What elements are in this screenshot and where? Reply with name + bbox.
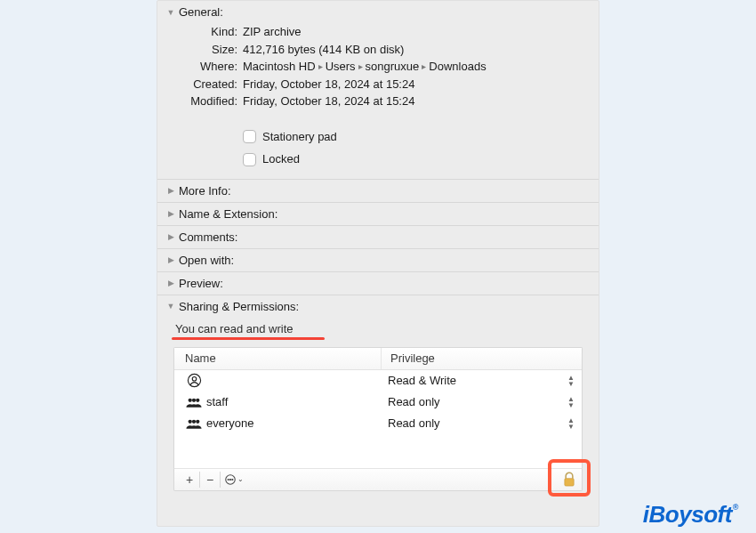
chevron-down-icon: ▼	[166, 302, 175, 311]
col-privilege: Privilege	[381, 348, 571, 369]
ellipsis-circle-icon	[224, 473, 237, 486]
privilege-stepper-icon[interactable]: ▲▼	[567, 396, 575, 408]
section-title: Open with:	[179, 254, 234, 267]
svg-point-1	[192, 377, 197, 382]
section-header-preview[interactable]: ▶ Preview:	[166, 275, 590, 292]
svg-point-11	[232, 479, 233, 480]
chevron-down-icon: ⌄	[237, 475, 244, 483]
value-modified: Friday, October 18, 2024 at 15:24	[243, 93, 414, 109]
person-circle-icon	[185, 373, 203, 388]
general-body: Kind: ZIP archive Size: 412,716 bytes (4…	[166, 20, 590, 176]
where-seg: Macintosh HD	[243, 60, 316, 73]
svg-rect-12	[565, 479, 574, 486]
svg-point-7	[196, 420, 199, 424]
svg-point-3	[192, 399, 196, 402]
where-seg: Users	[326, 60, 356, 73]
section-header-open-with[interactable]: ▶ Open with:	[166, 252, 590, 269]
svg-point-4	[196, 399, 199, 402]
permissions-table: Name Privilege Read & Write ▲▼	[173, 347, 583, 468]
registered-mark: ®	[733, 503, 738, 512]
stationery-pad-label: Stationery pad	[262, 129, 337, 145]
section-title: General:	[179, 5, 223, 19]
permissions-body: Read & Write ▲▼ staff Read only ▲▼	[174, 370, 582, 468]
section-comments: ▶ Comments:	[157, 226, 599, 249]
privilege-stepper-icon[interactable]: ▲▼	[567, 417, 575, 430]
chevron-down-icon: ▼	[166, 8, 175, 17]
section-header-sharing[interactable]: ▼ Sharing & Permissions:	[166, 298, 590, 315]
annotation-underline	[172, 337, 325, 340]
add-button[interactable]: +	[180, 472, 200, 488]
label-where: Where:	[175, 59, 237, 75]
label-kind: Kind:	[175, 24, 237, 40]
lock-icon	[562, 472, 576, 488]
svg-point-5	[189, 420, 192, 424]
more-actions-button[interactable]: ⌄	[221, 472, 247, 488]
privilege-value: Read only	[384, 416, 567, 430]
where-seg: Downloads	[429, 60, 486, 73]
where-seg: songruxue	[366, 60, 420, 73]
lock-button[interactable]	[562, 472, 576, 488]
permissions-toolbar: + − ⌄	[173, 468, 583, 491]
section-title: Preview:	[179, 277, 223, 290]
chevron-right-icon: ▶	[166, 255, 175, 264]
value-where: Macintosh HD▸Users▸songruxue▸Downloads	[243, 59, 487, 75]
path-separator-icon: ▸	[422, 61, 426, 71]
locked-row: Locked	[243, 151, 581, 167]
chevron-right-icon: ▶	[166, 209, 175, 218]
table-row[interactable]: staff Read only ▲▼	[174, 392, 582, 413]
locked-checkbox[interactable]	[243, 153, 256, 166]
label-size: Size:	[175, 42, 237, 58]
privilege-value: Read & Write	[384, 374, 567, 387]
table-row[interactable]: Read & Write ▲▼	[174, 370, 582, 392]
svg-point-10	[229, 479, 230, 480]
section-title: Sharing & Permissions:	[179, 300, 299, 313]
section-name-extension: ▶ Name & Extension:	[157, 203, 599, 226]
col-name: Name	[185, 351, 381, 365]
section-title: Name & Extension:	[179, 207, 277, 221]
table-row[interactable]: everyone Read only ▲▼	[174, 413, 582, 434]
svg-point-2	[189, 399, 192, 402]
user-name: staff	[203, 395, 384, 408]
label-modified: Modified:	[175, 93, 237, 109]
value-kind: ZIP archive	[243, 24, 302, 40]
label-created: Created:	[175, 77, 237, 93]
svg-point-6	[192, 420, 196, 424]
sharing-body: You can read and write Name Privilege Re…	[166, 315, 590, 491]
privilege-stepper-icon[interactable]: ▲▼	[567, 375, 575, 387]
section-header-name-extension[interactable]: ▶ Name & Extension:	[166, 206, 590, 222]
section-title: Comments:	[179, 230, 237, 244]
section-more-info: ▶ More Info:	[157, 180, 599, 203]
section-preview: ▶ Preview:	[157, 272, 599, 295]
privilege-value: Read only	[384, 395, 567, 408]
locked-label: Locked	[262, 151, 300, 167]
get-info-panel: ▼ General: Kind: ZIP archive Size: 412,7…	[157, 0, 599, 527]
section-open-with: ▶ Open with:	[157, 249, 599, 272]
section-title: More Info:	[179, 184, 231, 198]
user-name: everyone	[203, 416, 384, 430]
svg-point-9	[228, 479, 229, 480]
sharing-hint: You can read and write	[175, 322, 586, 335]
value-size: 412,716 bytes (414 KB on disk)	[243, 42, 404, 58]
section-general: ▼ General: Kind: ZIP archive Size: 412,7…	[157, 1, 599, 180]
stationery-pad-checkbox[interactable]	[243, 130, 256, 143]
stationery-pad-row: Stationery pad	[243, 129, 581, 145]
section-sharing-permissions: ▼ Sharing & Permissions: You can read an…	[157, 295, 599, 497]
watermark-logo: iBoysoft®	[643, 501, 738, 529]
permissions-header: Name Privilege	[174, 348, 582, 370]
brand-text: iBoysoft	[643, 501, 732, 529]
section-header-comments[interactable]: ▶ Comments:	[166, 229, 590, 246]
path-separator-icon: ▸	[358, 61, 363, 71]
chevron-right-icon: ▶	[166, 279, 175, 287]
group-icon	[185, 396, 203, 408]
chevron-right-icon: ▶	[166, 186, 175, 195]
group-icon	[185, 417, 203, 430]
section-header-general[interactable]: ▼ General:	[166, 4, 590, 20]
value-created: Friday, October 18, 2024 at 15:24	[243, 77, 414, 93]
chevron-right-icon: ▶	[166, 232, 175, 241]
section-header-more-info[interactable]: ▶ More Info:	[166, 182, 590, 199]
remove-button[interactable]: −	[200, 472, 221, 488]
path-separator-icon: ▸	[318, 61, 323, 71]
